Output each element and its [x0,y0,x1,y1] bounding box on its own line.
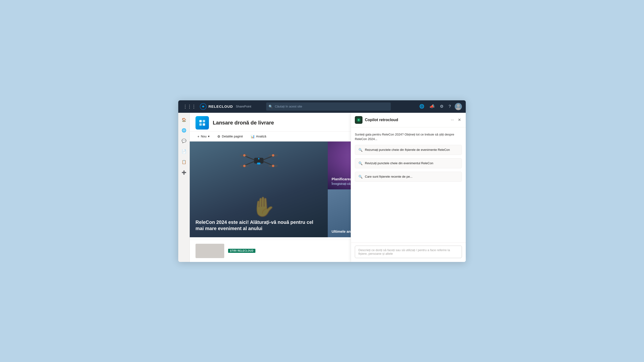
svg-point-3 [456,107,461,110]
content-area: Lansare dronă de livrare Pagina de porni… [190,113,466,262]
megaphone-icon[interactable]: 📣 [428,103,436,110]
copilot-input[interactable] [355,246,462,258]
sidebar: 🏠 🌐 💬 📄 📋 ➕ [178,113,190,262]
brand-name: RELECLOUD [208,104,233,108]
svg-point-19 [243,165,246,167]
plus-icon: + [198,135,199,138]
app-name: SharePoint [236,105,251,108]
sidebar-icon-chat[interactable]: 💬 [180,137,188,145]
svg-rect-4 [199,120,202,122]
brand-logo [200,103,206,110]
copilot-header-actions: ··· ✕ [450,117,462,123]
brand: RELECLOUD SharePoint [200,103,251,110]
sidebar-icon-globe[interactable]: 🌐 [180,126,188,135]
new-button[interactable]: + Nou ▾ [196,134,212,139]
main-area: 🏠 🌐 💬 📄 📋 ➕ Lansare dronă de livrar [178,113,466,262]
page-details-icon: ⚙ [217,135,220,138]
suggestion-search-icon-3: 🔍 [358,175,362,179]
svg-point-24 [358,119,360,120]
svg-point-2 [457,104,460,107]
svg-point-18 [272,154,274,157]
copilot-suggestion-1[interactable]: 🔍 Rezumați punctele cheie din fișierele … [355,145,462,155]
sidebar-icon-home[interactable]: 🏠 [180,116,188,124]
chevron-down-icon: ▾ [208,135,210,138]
svg-rect-6 [199,123,202,126]
search-icon: 🔍 [268,105,273,108]
settings-icon[interactable]: ⚙ [438,103,445,110]
copilot-suggestion-2[interactable]: 🔍 Revizuiți punctele cheie din eveniment… [355,158,462,168]
sidebar-icon-list[interactable]: 📋 [180,158,188,166]
copilot-title: Copilot retrocloud [365,118,448,122]
svg-rect-7 [203,123,205,126]
avatar[interactable] [455,103,462,110]
suggestion-text-2: Revizuiți punctele cheie din evenimentul… [365,161,433,165]
copilot-intro-text: Sunteți gata pentru ReleCon 2024? Obține… [355,132,462,141]
suggestion-text-3: Care sunt fișierele recente de pe... [365,175,412,178]
new-label: Nou [201,135,206,138]
top-bar: ⋮⋮⋮ RELECLOUD SharePoint 🔍 🌐 📣 ⚙ ? [178,100,466,113]
help-icon[interactable]: ? [447,103,452,110]
page-details-button[interactable]: ⚙ Detaliile paginii [216,134,244,139]
site-logo [196,116,209,129]
suggestion-text-1: Rezumați punctele cheie din fișierele de… [365,148,450,152]
copilot-close-button[interactable]: ✕ [457,117,462,123]
news-info-1: ȘTIRI RELECLOUD [228,244,256,258]
copilot-more-button[interactable]: ··· [450,117,455,123]
search-bar-container: 🔍 [266,102,391,111]
copilot-suggestion-3[interactable]: 🔍 Care sunt fișierele recente de pe... [355,172,462,182]
svg-point-17 [243,154,246,157]
suggestion-search-icon-2: 🔍 [358,161,362,165]
sidebar-icon-document[interactable]: 📄 [180,147,188,156]
analytics-icon: 📊 [250,135,255,138]
svg-rect-5 [203,120,205,122]
news-tag: ȘTIRI RELECLOUD [228,249,256,253]
svg-point-22 [258,158,260,159]
site-title: Lansare dronă de livrare [213,120,369,126]
sidebar-icon-add[interactable]: ➕ [180,168,188,177]
drone-graphic [237,146,280,176]
page-details-label: Detaliile paginii [222,135,243,138]
waffle-icon[interactable]: ⋮⋮⋮ [182,103,197,110]
svg-point-1 [202,106,204,107]
svg-point-20 [272,165,274,167]
hero-main-text: ReleCon 2024 este aici! Alăturați-vă nou… [196,219,322,232]
hand-shape: ✋ [252,196,276,218]
analytics-label: Analiză [256,135,266,138]
suggestion-search-icon-1: 🔍 [358,148,362,152]
analytics-button[interactable]: 📊 Analiză [249,134,268,139]
copilot-icon [355,116,362,124]
news-thumbnail-1 [196,244,224,258]
translate-icon[interactable]: 🌐 [418,103,426,110]
copilot-header: Copilot retrocloud ··· ✕ [351,113,466,127]
svg-rect-21 [257,163,260,164]
hero-main-card[interactable]: ✋ ReleCon 2024 este aici! Alăturați-vă n… [190,141,328,237]
copilot-body: Sunteți gata pentru ReleCon 2024? Obține… [351,127,466,243]
copilot-panel: Copilot retrocloud ··· ✕ Sunteți gata pe… [351,113,466,262]
top-bar-actions: 🌐 📣 ⚙ ? [418,103,462,110]
copilot-footer [351,243,466,262]
search-input[interactable] [266,102,391,111]
hero-main-title: ReleCon 2024 este aici! Alăturați-vă nou… [196,219,322,232]
